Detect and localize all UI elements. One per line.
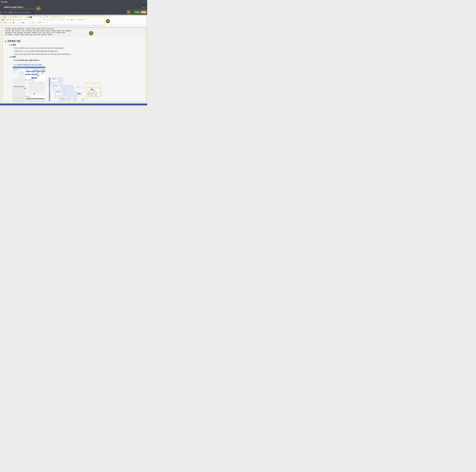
remove-format-icon[interactable]: Ⱥ: [29, 19, 30, 20]
comparison-table-1: RFP제안서수행계획서: [13, 86, 24, 97]
attach-file-icon[interactable]: ✇: [4, 19, 6, 20]
annotation-badge-01: 01: [106, 19, 110, 23]
export-pdf-icon[interactable]: PDF: [12, 16, 14, 18]
flow-box-tech-negotiation: 기술협상: [31, 71, 36, 72]
arrow-down-icon: ➜: [33, 93, 36, 95]
show-blocks-icon[interactable]: ▢✎: [44, 22, 46, 23]
edit-button[interactable]: ✎ 수정: [134, 11, 140, 14]
div-container-icon[interactable]: DIV: [44, 19, 45, 20]
footer-bar: [0, 103, 147, 105]
button-field-icon[interactable]: xxx: [61, 16, 63, 18]
form-icon[interactable]: ▭: [49, 16, 50, 18]
page-break-icon[interactable]: ↹: [81, 19, 83, 20]
label-deploy: 배포 및 반영: [87, 94, 90, 95]
doc-card-subtitle: ( Word, PDF, Google Docs ... ): [27, 97, 33, 98]
flow-col-proposal: 제안: [27, 69, 28, 70]
req-spec-table-title: 요구사항 명세서: [37, 81, 45, 83]
underline-icon[interactable]: U: [17, 19, 18, 20]
paste-icon[interactable]: ▤: [26, 16, 28, 18]
version-button[interactable]: ↺버전: [141, 11, 146, 14]
smiley-icon[interactable]: ☺: [77, 19, 78, 20]
card-alm-requirement-issue: ≡ Requirement ISSUE with Product ( Servi…: [91, 88, 100, 92]
card-version-plan: Version Project Plan: [54, 86, 61, 89]
numbered-list-icon[interactable]: 1.: [31, 19, 32, 20]
align-justify-icon[interactable]: ☰: [53, 19, 55, 20]
iframe-icon[interactable]: ▤⊕: [83, 19, 85, 20]
select-all-icon[interactable]: ▢: [43, 16, 45, 18]
card-jira: Jira Issue Tracker: [86, 83, 91, 87]
text-field-icon[interactable]: ab|: [55, 16, 56, 18]
card-plan-editor: Plan management Editor: [55, 89, 61, 91]
language-icon[interactable]: ⊕A▾: [61, 19, 62, 20]
doc-props-icon[interactable]: ▥: [20, 16, 21, 18]
doc-card-title: Document: [30, 80, 33, 80]
flow-note-confirm: 수주 확정: [32, 72, 33, 73]
embedded-image-document-flow[interactable]: Architecture: Websites > Content Hosting…: [13, 66, 45, 101]
editor-container: ✎소스▦▯PDF◉▤▥✂❏▤AW↶↷⌕a⇄▢ABC✔▾▭☑◉ab|▤≣xxxab…: [1, 15, 146, 103]
bidi-ltr-icon[interactable]: ▸¶: [57, 19, 58, 20]
toolbar-row1: ✎소스▦▯PDF◉▤▥✂❏▤AW↶↷⌕a⇄▢ABC✔▾▭☑◉ab|▤≣xxxab: [2, 16, 145, 18]
help-link[interactable]: Help ?: [142, 7, 146, 8]
fullscreen-icon[interactable]: ↖↗↙↘: [145, 1, 147, 2]
diagram-icon[interactable]: 品: [2, 19, 4, 20]
size-dropdown[interactable]: 크기▾: [31, 21, 36, 24]
toolbar-separator: [19, 16, 19, 18]
source-button[interactable]: 소스: [4, 16, 6, 18]
align-center-icon[interactable]: ☰: [49, 19, 51, 20]
annotation-connector-horizontal: [11, 9, 36, 9]
spellcheck-icon[interactable]: ABC✔▾: [46, 16, 48, 18]
find-icon[interactable]: ⌕: [38, 16, 39, 18]
textarea-icon[interactable]: ▤: [57, 16, 59, 18]
about-icon[interactable]: ?: [46, 22, 48, 23]
image-icon[interactable]: ◪: [70, 19, 72, 20]
embedded-image-arms-alm-diagram[interactable]: Time Line A-RMS : Product & Service Prod…: [49, 77, 101, 101]
strikethrough-icon[interactable]: abc: [19, 19, 21, 20]
redo-icon: ↷: [35, 16, 37, 18]
bg-color-icon[interactable]: ab▾: [40, 22, 42, 23]
blockquote-icon[interactable]: ❝: [41, 19, 43, 20]
checkbox-icon[interactable]: ☑: [51, 16, 52, 18]
flow-box-proposal-process: 제안 과정: [26, 71, 31, 72]
table-icon[interactable]: ⊞▾: [72, 19, 74, 20]
link-icon[interactable]: ⚭: [63, 19, 65, 20]
bulleted-list-icon[interactable]: •≡: [33, 19, 34, 20]
paste-text-icon[interactable]: A: [28, 16, 30, 18]
anchor-icon[interactable]: ⚑: [67, 19, 69, 20]
print-icon[interactable]: ▤: [16, 16, 18, 18]
flow-proj-list: 분석 산출물 설계 산출물 구현 산출물 이행 산출물: [41, 72, 44, 74]
toolbar-row2: 品✇≋↨BIUabcX₂X²✒Ⱥ1.•≡⇤⇥❝DIV☰☰☰☰▸¶¶◂⊕A▾⚭⚮⚑…: [2, 19, 145, 21]
align-right-icon[interactable]: ☰: [51, 19, 53, 20]
copy-document-icon[interactable]: ❏: [35, 11, 36, 13]
italic-icon[interactable]: I: [15, 19, 17, 20]
undo-icon[interactable]: ↶: [34, 16, 35, 18]
special-char-icon[interactable]: Ω: [79, 19, 81, 20]
text-color-icon[interactable]: A▾: [38, 22, 40, 23]
paste-word-icon[interactable]: W: [30, 16, 32, 18]
preview-icon[interactable]: ◉: [14, 16, 16, 18]
chevron-down-icon[interactable]: ∨: [143, 1, 144, 3]
bidi-rtl-icon[interactable]: ¶◂: [59, 19, 60, 20]
paragraph: 이 문서는 포괄적인 A-RMS 의 Cost 분석 기능을 강화하기 위한 상…: [14, 47, 64, 49]
superscript-icon[interactable]: X²: [23, 19, 25, 20]
templates-icon[interactable]: ✎: [2, 16, 4, 18]
align-left-icon[interactable]: ☰: [47, 19, 49, 20]
indent-icon[interactable]: ⇥: [38, 19, 40, 20]
mini-page-body2: [19, 78, 24, 84]
mini-page-body1: [14, 78, 18, 84]
horizontal-rule-icon[interactable]: A≡: [75, 19, 76, 20]
radio-icon[interactable]: ◉: [53, 16, 54, 18]
card-sub-task: Sub Task management Connect UI/UX: [93, 93, 100, 95]
replace-icon[interactable]: a⇄: [40, 16, 41, 18]
maximize-icon[interactable]: ↗↙: [42, 22, 44, 23]
hidden-field-icon[interactable]: ab: [63, 16, 65, 18]
editor-content-area[interactable]: 소프트웨어 요구사항 명세서(SRS, Software Requirement…: [1, 25, 146, 101]
font-dropdown[interactable]: 글꼴▾: [21, 21, 30, 24]
copy-format-icon[interactable]: ✒: [26, 19, 28, 20]
table-body: [26, 99, 45, 101]
card-req-kanban: Requirement management Kanban: [72, 96, 76, 98]
subscript-icon[interactable]: X₂: [21, 19, 23, 20]
timeline-bar: Time Line: [49, 78, 50, 101]
paragraph: 이 문서는 이러한 개선을 구현하기 위한 구체적이고 실행 가능한 요구사항을…: [14, 53, 71, 55]
select-field-icon[interactable]: ≣: [59, 16, 61, 18]
version-button-label: 버전: [143, 12, 145, 13]
